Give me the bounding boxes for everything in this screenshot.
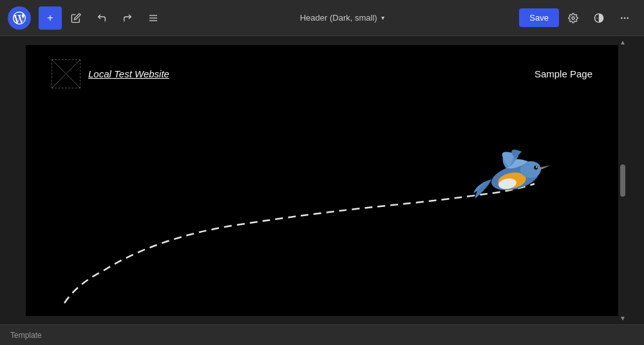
nav-item-sample-page: Sample Page xyxy=(535,68,592,79)
chevron-down-icon: ▾ xyxy=(381,14,384,21)
logo-placeholder xyxy=(52,59,80,88)
undo-button[interactable] xyxy=(90,6,113,30)
menu-button[interactable] xyxy=(142,6,165,30)
redo-button[interactable] xyxy=(116,6,139,30)
edit-button[interactable] xyxy=(64,6,88,30)
svg-point-3 xyxy=(572,17,574,19)
status-bar: Template xyxy=(0,324,644,345)
wp-logo[interactable] xyxy=(8,6,31,30)
canvas[interactable]: Local Test Website Sample Page xyxy=(26,45,618,316)
site-nav: Sample Page xyxy=(535,68,592,79)
canvas-svg xyxy=(26,103,618,316)
svg-point-6 xyxy=(624,17,626,19)
add-block-button[interactable]: + xyxy=(39,6,62,30)
svg-point-13 xyxy=(536,166,537,168)
main-area: Local Test Website Sample Page xyxy=(0,36,644,324)
scroll-up-arrow[interactable]: ▲ xyxy=(620,39,626,46)
header-title-dropdown[interactable]: Header (Dark, small) ▾ xyxy=(294,9,391,26)
header-title-label: Header (Dark, small) xyxy=(300,13,377,23)
svg-point-5 xyxy=(621,17,623,19)
scroll-thumb[interactable] xyxy=(620,164,625,197)
status-label: Template xyxy=(10,331,42,340)
site-header: Local Test Website Sample Page xyxy=(26,45,618,103)
toolbar-right: Save xyxy=(519,6,636,30)
canvas-content xyxy=(26,103,618,316)
settings-button[interactable] xyxy=(562,6,585,30)
more-options-button[interactable] xyxy=(613,6,636,30)
toolbar-center: Header (Dark, small) ▾ xyxy=(167,9,516,26)
site-logo-area: Local Test Website xyxy=(52,59,169,88)
contrast-button[interactable] xyxy=(587,6,611,30)
vertical-scrollbar[interactable]: ▲ ▼ xyxy=(618,36,627,324)
toolbar: + Header (Dark, small) ▾ Save xyxy=(0,0,644,36)
site-title: Local Test Website xyxy=(88,68,169,79)
save-button[interactable]: Save xyxy=(519,8,559,27)
svg-point-7 xyxy=(627,17,629,19)
svg-point-12 xyxy=(534,166,538,170)
scroll-down-arrow[interactable]: ▼ xyxy=(620,315,626,322)
